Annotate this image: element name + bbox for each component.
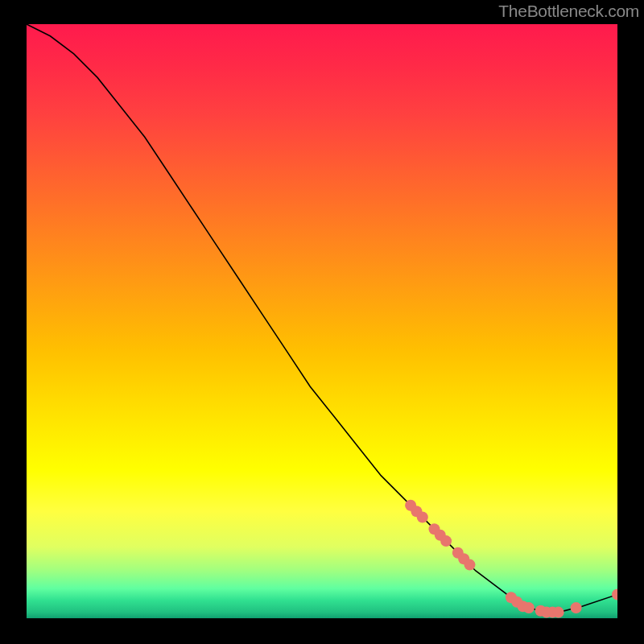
chart-svg-overlay (27, 24, 617, 618)
svg-point-16 (553, 607, 564, 618)
data-markers (405, 500, 617, 618)
svg-point-2 (417, 512, 428, 523)
svg-point-5 (440, 535, 452, 547)
curve-line (27, 24, 617, 613)
svg-point-8 (464, 559, 476, 571)
svg-point-17 (571, 602, 582, 613)
chart-container: TheBottleneck.com (0, 0, 644, 644)
svg-point-18 (612, 589, 617, 601)
watermark-text: TheBottleneck.com (498, 2, 639, 21)
svg-point-12 (523, 602, 535, 613)
